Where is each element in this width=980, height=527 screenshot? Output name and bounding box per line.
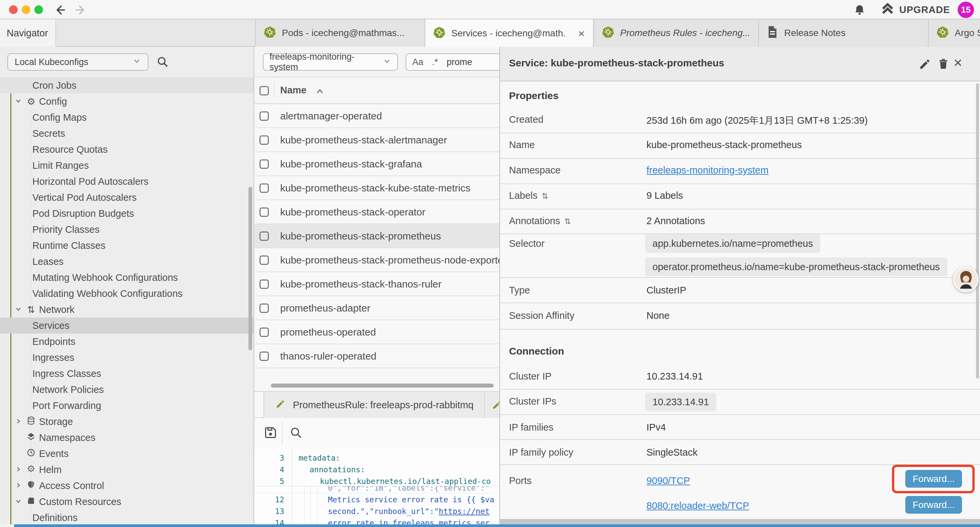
sidebar-group-access-control[interactable]: Access Control bbox=[0, 478, 254, 494]
sidebar-item-resource-quotas[interactable]: Resource Quotas bbox=[0, 142, 254, 158]
cluster-ips-badge: 10.233.14.91 bbox=[645, 393, 716, 411]
port-link-9090[interactable]: 9090/TCP bbox=[646, 475, 690, 486]
row-checkbox[interactable] bbox=[259, 280, 269, 289]
sidebar-item-definitions[interactable]: Definitions bbox=[0, 509, 254, 524]
forward-arrow-icon[interactable] bbox=[74, 3, 88, 18]
expand-chevrons-icon[interactable]: ⇅ bbox=[541, 191, 548, 201]
select-all-checkbox[interactable] bbox=[259, 86, 269, 96]
row-checkbox[interactable] bbox=[259, 159, 269, 169]
expand-chevrons-icon[interactable]: ⇅ bbox=[564, 217, 571, 226]
sidebar-item-priority-classes[interactable]: Priority Classes bbox=[0, 221, 254, 237]
tab-prometheus-rules[interactable]: Prometheus Rules - icecheng... bbox=[593, 19, 757, 47]
layers-icon bbox=[26, 432, 36, 443]
regex-toggle[interactable]: .* bbox=[432, 57, 438, 67]
row-checkbox[interactable] bbox=[259, 207, 269, 217]
sidebar-item-ingresses[interactable]: Ingresses bbox=[0, 350, 254, 366]
sidebar-item-leases[interactable]: Leases bbox=[0, 253, 254, 269]
sort-ascending-icon[interactable] bbox=[315, 88, 325, 97]
kubeconfig-select[interactable]: Local Kubeconfigs bbox=[7, 53, 148, 71]
window-close-light[interactable] bbox=[9, 5, 18, 14]
sidebar-item-endpoints[interactable]: Endpoints bbox=[0, 334, 254, 350]
tab-close-icon[interactable]: × bbox=[575, 27, 587, 40]
sidebar-item-pod-disruption-budgets[interactable]: Pod Disruption Budgets bbox=[0, 205, 254, 221]
tab-pods[interactable]: Pods - icecheng@mathmas... bbox=[255, 19, 425, 47]
sidebar-item-runtime-classes[interactable]: Runtime Classes bbox=[0, 237, 254, 253]
sidebar-item-cron-jobs[interactable]: Cron Jobs bbox=[0, 77, 254, 93]
table-row[interactable]: alertmanager-operated bbox=[255, 104, 508, 128]
sidebar-group-custom-resources[interactable]: Custom Resources bbox=[0, 494, 254, 509]
table-row[interactable]: prometheus-operated bbox=[255, 320, 508, 344]
table-row-selected[interactable]: kube-prometheus-stack-prometheus bbox=[255, 224, 508, 248]
filter-input[interactable]: Aa .* prome bbox=[406, 53, 508, 71]
sidebar-item-horizontal-pod-autoscalers[interactable]: Horizontal Pod Autoscalers bbox=[0, 174, 254, 189]
sidebar-item-validating-webhook-configurations[interactable]: Validating Webhook Configurations bbox=[0, 285, 254, 301]
row-checkbox[interactable] bbox=[259, 328, 269, 337]
sidebar-item-port-forwarding[interactable]: Port Forwarding bbox=[0, 398, 254, 414]
row-checkbox[interactable] bbox=[259, 231, 269, 241]
namespace-link[interactable]: freeleaps-monitoring-system bbox=[646, 165, 768, 176]
runbook-url-link[interactable]: https://net bbox=[439, 507, 489, 516]
notification-count-badge[interactable]: 15 bbox=[958, 2, 974, 18]
search-icon[interactable] bbox=[289, 426, 303, 441]
table-row[interactable]: kube-prometheus-stack-operator bbox=[255, 200, 508, 224]
horizontal-scrollbar[interactable] bbox=[271, 384, 494, 388]
port-link-8080[interactable]: 8080:reloader-web/TCP bbox=[646, 500, 749, 511]
sidebar-group-namespaces[interactable]: Namespaces bbox=[0, 430, 254, 446]
close-icon[interactable]: × bbox=[954, 56, 963, 70]
tab-label: Pods - icecheng@mathmas... bbox=[282, 28, 405, 38]
table-row[interactable]: thanos-ruler-operated bbox=[255, 344, 508, 368]
upgrade-button[interactable]: UPGRADE bbox=[881, 3, 950, 17]
tab-argo[interactable]: Argo Se bbox=[928, 19, 980, 47]
row-checkbox[interactable] bbox=[259, 135, 269, 145]
delete-trash-icon[interactable] bbox=[937, 58, 950, 72]
table-row[interactable]: kube-prometheus-stack-alertmanager bbox=[255, 128, 508, 152]
puzzle-icon bbox=[26, 496, 36, 507]
sidebar-item-config-maps[interactable]: Config Maps bbox=[0, 110, 254, 126]
sidebar-item-services[interactable]: Services bbox=[0, 318, 254, 334]
navigator-panel-tab[interactable]: Navigator bbox=[0, 19, 56, 47]
tab-services[interactable]: Services - icecheng@math... × bbox=[425, 19, 593, 47]
window-maximize-light[interactable] bbox=[34, 5, 43, 14]
name-column-header[interactable]: Name bbox=[280, 85, 307, 96]
row-checkbox[interactable] bbox=[259, 304, 269, 313]
row-checkbox[interactable] bbox=[259, 352, 269, 361]
search-icon[interactable] bbox=[156, 56, 169, 70]
editor-tab-prometheusrule[interactable]: PrometheusRule: freeleaps-prod-rabbitmq bbox=[264, 392, 485, 418]
forward-button-9090[interactable]: Forward... bbox=[905, 470, 962, 488]
notifications-bell-icon[interactable] bbox=[853, 4, 866, 18]
row-checkbox[interactable] bbox=[259, 183, 269, 193]
annotations-value[interactable]: 2 Annotations bbox=[646, 215, 705, 226]
sidebar-group-events[interactable]: Events bbox=[0, 446, 254, 462]
row-checkbox[interactable] bbox=[259, 255, 269, 265]
forward-button-8080[interactable]: Forward... bbox=[905, 496, 962, 514]
chevron-right-icon bbox=[15, 464, 22, 475]
table-row[interactable]: prometheus-adapter bbox=[255, 296, 508, 320]
edit-pencil-icon[interactable] bbox=[919, 58, 931, 72]
sidebar-item-network-policies[interactable]: Network Policies bbox=[0, 382, 254, 398]
row-checkbox[interactable] bbox=[259, 111, 269, 121]
window-minimize-light[interactable] bbox=[22, 5, 30, 14]
sidebar-item-limit-ranges[interactable]: Limit Ranges bbox=[0, 158, 254, 174]
sidebar-scrollbar[interactable] bbox=[248, 187, 252, 350]
sidebar-item-secrets[interactable]: Secrets bbox=[0, 126, 254, 142]
case-sensitive-toggle[interactable]: Aa bbox=[412, 57, 423, 67]
back-arrow-icon[interactable] bbox=[53, 3, 67, 18]
sidebar-item-ingress-classes[interactable]: Ingress Classes bbox=[0, 366, 254, 382]
yaml-editor[interactable]: 3 metadata: 4 annotations: 5 kubectl.kub… bbox=[255, 449, 508, 524]
table-row[interactable]: kube-prometheus-stack-kube-state-metrics bbox=[255, 176, 508, 200]
tab-release-notes[interactable]: Release Notes bbox=[758, 19, 927, 47]
avatar[interactable] bbox=[953, 267, 978, 292]
sidebar-item-mutating-webhook-configurations[interactable]: Mutating Webhook Configurations bbox=[0, 269, 254, 285]
sidebar-group-config[interactable]: ⚙ Config bbox=[0, 93, 254, 110]
sidebar-item-vertical-pod-autoscalers[interactable]: Vertical Pod Autoscalers bbox=[0, 189, 254, 205]
table-row[interactable]: kube-prometheus-stack-grafana bbox=[255, 152, 508, 176]
sidebar-group-network[interactable]: ⇅ Network bbox=[0, 301, 254, 318]
table-row[interactable]: kube-prometheus-stack-prometheus-node-ex… bbox=[255, 248, 508, 272]
table-row[interactable]: kube-prometheus-stack-thanos-ruler bbox=[255, 272, 508, 296]
sidebar-group-helm[interactable]: Helm bbox=[0, 462, 254, 478]
sidebar-group-storage[interactable]: Storage bbox=[0, 414, 254, 430]
save-icon[interactable] bbox=[263, 425, 278, 441]
namespace-select[interactable]: freeleaps-monitoring-system bbox=[263, 53, 398, 71]
panel-scrollbar[interactable] bbox=[976, 83, 979, 379]
labels-value[interactable]: 9 Labels bbox=[646, 190, 683, 201]
